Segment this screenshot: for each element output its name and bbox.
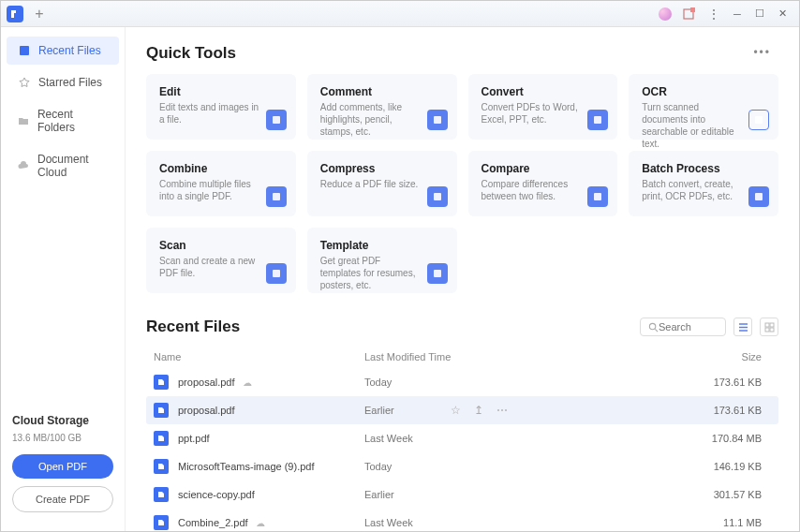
edit-icon: [266, 110, 287, 130]
more-icon[interactable]: ⋯: [496, 404, 508, 417]
ocr-icon: [748, 110, 769, 130]
file-row[interactable]: proposal.pdfEarlier☆↥⋯173.61 KB: [146, 396, 778, 424]
svg-rect-11: [273, 270, 280, 277]
sidebar-item-recent-folders[interactable]: Recent Folders: [7, 100, 119, 141]
tool-title: Convert: [481, 85, 605, 98]
grid-view-button[interactable]: [760, 318, 778, 336]
file-modified: Earlier: [364, 489, 394, 500]
create-pdf-button[interactable]: Create PDF: [12, 486, 113, 512]
tool-desc: Get great PDF templates for resumes, pos…: [320, 255, 423, 291]
tool-title: Template: [320, 239, 444, 252]
compress-icon: [427, 186, 448, 207]
cloud-storage-title: Cloud Storage: [12, 414, 113, 427]
app-logo: [7, 6, 23, 22]
svg-rect-3: [273, 116, 280, 124]
tool-desc: Turn scanned documents into searchable o…: [642, 101, 745, 150]
svg-rect-4: [434, 116, 441, 124]
recent-files-icon: [18, 44, 31, 57]
scan-icon: [266, 263, 287, 284]
sidebar-item-document-cloud[interactable]: Document Cloud: [7, 145, 119, 186]
quick-tools-title: Quick Tools: [146, 44, 778, 63]
svg-rect-19: [770, 323, 774, 327]
tool-desc: Edit texts and images in a file.: [159, 101, 262, 126]
sidebar-item-starred-files[interactable]: Starred Files: [7, 68, 119, 96]
sidebar: Recent Files Starred Files Recent Folder…: [1, 27, 126, 531]
tool-title: Comment: [320, 85, 444, 98]
search-icon: [648, 322, 659, 332]
svg-rect-5: [594, 116, 601, 124]
col-name: Name: [154, 351, 364, 362]
star-icon: [18, 76, 31, 89]
tool-desc: Reduce a PDF file size.: [320, 178, 423, 190]
sidebar-item-label: Document Cloud: [37, 153, 108, 179]
comment-icon: [427, 110, 448, 130]
tool-desc: Add comments, like highlights, pencil, s…: [320, 101, 423, 138]
file-modified: Earlier: [364, 405, 394, 416]
tools-grid: EditEdit texts and images in a file.Comm…: [146, 74, 778, 293]
tool-card-scan[interactable]: ScanScan and create a new PDF file.: [146, 228, 296, 293]
file-size: 11.1 MB: [561, 517, 771, 528]
tool-card-edit[interactable]: EditEdit texts and images in a file.: [146, 74, 296, 140]
tool-title: Scan: [159, 239, 283, 252]
file-row[interactable]: Combine_2.pdf☁Last Week11.1 MB: [146, 509, 778, 531]
star-icon[interactable]: ☆: [451, 404, 461, 417]
tool-title: Batch Process: [642, 162, 765, 175]
convert-icon: [587, 110, 608, 130]
close-button[interactable]: ✕: [771, 5, 793, 23]
tool-card-compare[interactable]: CompareCompare differences between two f…: [468, 151, 618, 216]
file-modified: Last Week: [364, 433, 413, 444]
tool-card-ocr[interactable]: OCRTurn scanned documents into searchabl…: [629, 74, 778, 140]
file-row[interactable]: ppt.pdfLast Week170.84 MB: [146, 424, 778, 452]
tool-title: Compress: [320, 162, 444, 175]
file-row[interactable]: science-copy.pdfEarlier301.57 KB: [146, 480, 778, 509]
sidebar-item-label: Recent Folders: [37, 108, 108, 134]
search-input[interactable]: [659, 321, 715, 332]
svg-rect-6: [755, 116, 763, 124]
svg-rect-18: [765, 323, 769, 327]
tool-card-compress[interactable]: CompressReduce a PDF file size.: [307, 151, 457, 216]
maximize-button[interactable]: ☐: [748, 5, 771, 23]
tool-card-convert[interactable]: ConvertConvert PDFs to Word, Excel, PPT,…: [468, 74, 618, 140]
cloud-sync-icon: ☁: [243, 377, 252, 388]
pdf-file-icon: [154, 375, 169, 390]
file-modified: Today: [364, 461, 392, 472]
tool-title: OCR: [642, 85, 765, 98]
menu-icon[interactable]: ⋮: [704, 4, 724, 24]
search-box[interactable]: [640, 318, 726, 336]
file-name: ppt.pdf: [178, 433, 210, 444]
table-header: Name Last Modified Time Size: [146, 346, 778, 368]
cloud-sync-icon: ☁: [256, 518, 265, 528]
file-size: 170.84 MB: [561, 433, 771, 444]
cloud-icon: [18, 159, 30, 172]
file-size: 173.61 KB: [561, 377, 771, 388]
sidebar-item-recent-files[interactable]: Recent Files: [7, 37, 119, 65]
more-options-icon[interactable]: •••: [753, 46, 771, 59]
open-pdf-button[interactable]: Open PDF: [12, 454, 113, 479]
pdf-file-icon: [154, 515, 169, 530]
tool-card-batch-process[interactable]: Batch ProcessBatch convert, create, prin…: [629, 151, 778, 216]
file-row[interactable]: MicrosoftTeams-image (9).pdfToday146.19 …: [146, 452, 778, 480]
file-size: 301.57 KB: [561, 489, 771, 500]
notification-icon[interactable]: [679, 4, 700, 24]
tool-card-template[interactable]: TemplateGet great PDF templates for resu…: [307, 228, 457, 293]
svg-rect-12: [434, 270, 441, 277]
minimize-button[interactable]: ─: [726, 5, 748, 23]
tool-card-comment[interactable]: CommentAdd comments, like highlights, pe…: [307, 74, 457, 140]
new-tab-button[interactable]: +: [31, 6, 48, 22]
tool-title: Combine: [159, 162, 283, 175]
svg-rect-21: [770, 328, 774, 332]
list-view-button[interactable]: [733, 318, 752, 336]
file-name: MicrosoftTeams-image (9).pdf: [178, 461, 315, 472]
pdf-file-icon: [154, 431, 169, 446]
svg-point-13: [649, 323, 655, 329]
tool-desc: Convert PDFs to Word, Excel, PPT, etc.: [481, 101, 585, 126]
file-name: proposal.pdf: [178, 405, 235, 416]
col-size: Size: [561, 351, 771, 362]
upload-icon[interactable]: ↥: [474, 404, 483, 417]
file-name: science-copy.pdf: [178, 489, 255, 500]
file-row[interactable]: proposal.pdf☁Today173.61 KB: [146, 368, 778, 396]
account-orb-icon[interactable]: [655, 4, 675, 24]
sidebar-item-label: Starred Files: [38, 76, 102, 89]
file-name: proposal.pdf: [178, 377, 235, 388]
tool-card-combine[interactable]: CombineCombine multiple files into a sin…: [146, 151, 296, 216]
